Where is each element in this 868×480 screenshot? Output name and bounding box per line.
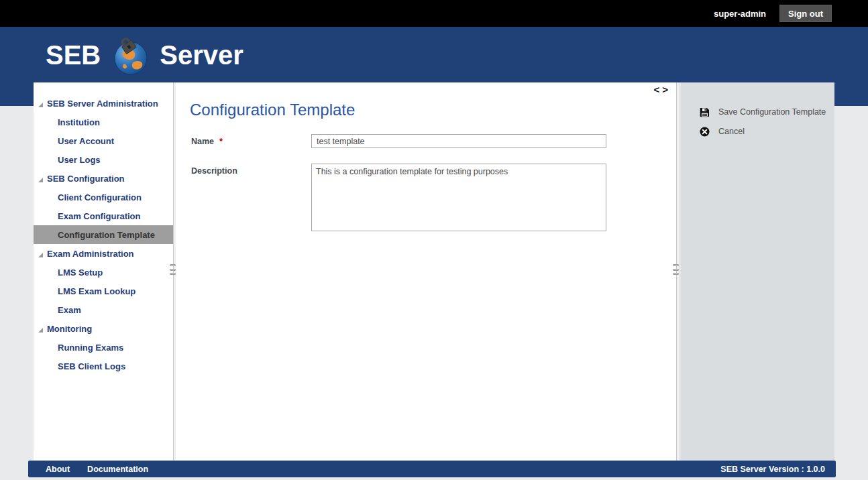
sash-grip-icon[interactable]	[170, 264, 176, 275]
expand-triangle-icon[interactable]	[38, 178, 43, 182]
sidebar-item-lms-exam-lookup[interactable]: LMS Exam Lookup	[34, 282, 173, 300]
sidebar-item-seb-server-administration[interactable]: SEB Server Administration	[34, 94, 173, 113]
sidebar-item-label: SEB Configuration	[47, 174, 125, 184]
sidebar-item-institution[interactable]: Institution	[34, 113, 173, 131]
sign-out-button[interactable]: Sign out	[779, 5, 832, 22]
sidebar-item-exam-administration[interactable]: Exam Administration	[34, 244, 173, 263]
app-logo: SEB Server	[46, 35, 243, 75]
action-label: Cancel	[718, 127, 745, 136]
globe-lock-icon	[110, 36, 150, 76]
description-textarea[interactable]	[311, 164, 606, 231]
name-input[interactable]	[311, 134, 606, 148]
sidebar-item-label: Institution	[58, 117, 100, 127]
expand-triangle-icon[interactable]	[38, 103, 43, 107]
sidebar-item-label: Client Configuration	[58, 192, 142, 202]
sidebar-item-label: Running Exams	[58, 343, 123, 353]
sidebar-item-user-logs[interactable]: User Logs	[34, 150, 173, 169]
sidebar-item-label: LMS Exam Lookup	[58, 286, 135, 296]
expand-triangle-icon[interactable]	[38, 328, 43, 333]
cancel-action[interactable]: Cancel	[700, 125, 745, 137]
sidebar-item-running-exams[interactable]: Running Exams	[34, 338, 173, 357]
sidebar-item-label: Exam Configuration	[58, 211, 141, 221]
description-field-label: Description	[191, 166, 237, 176]
action-label: Save Configuration Template	[718, 107, 826, 117]
sidebar-item-label: Configuration Template	[58, 230, 155, 240]
nav-right-icon[interactable]: >	[662, 84, 671, 95]
sidebar-item-label: User Account	[58, 136, 114, 146]
expand-triangle-icon[interactable]	[38, 253, 43, 257]
sidebar-item-exam[interactable]: Exam	[34, 300, 173, 319]
sidebar-item-label: LMS Setup	[58, 267, 103, 278]
nav-left-icon[interactable]: <	[653, 84, 662, 95]
documentation-link[interactable]: Documentation	[87, 465, 148, 474]
main-content-panel: <> Configuration Template Name* Descript…	[176, 82, 676, 461]
about-link[interactable]: About	[46, 465, 70, 474]
current-user-label: super-admin	[714, 9, 766, 19]
page-title: Configuration Template	[190, 101, 355, 119]
action-panel: Save Configuration Template Cancel	[679, 82, 834, 461]
footer-bar: About Documentation SEB Server Version :…	[28, 461, 836, 477]
sidebar-item-monitoring[interactable]: Monitoring	[34, 319, 173, 338]
name-field-label: Name*	[191, 136, 223, 146]
sidebar-item-lms-setup[interactable]: LMS Setup	[34, 263, 173, 282]
save-icon	[700, 107, 710, 117]
cancel-icon	[700, 127, 710, 137]
required-marker: *	[219, 136, 223, 146]
sidebar-item-seb-configuration[interactable]: SEB Configuration	[34, 169, 173, 188]
sidebar-navigation: SEB Server Administration Institution Us…	[34, 82, 173, 461]
save-configuration-template-action[interactable]: Save Configuration Template	[700, 106, 826, 118]
sidebar-item-label: SEB Client Logs	[58, 361, 125, 371]
sidebar-item-configuration-template[interactable]: Configuration Template	[34, 225, 173, 244]
sidebar-item-seb-client-logs[interactable]: SEB Client Logs	[34, 357, 173, 375]
sash-grip-icon[interactable]	[673, 264, 679, 275]
sidebar-item-exam-configuration[interactable]: Exam Configuration	[34, 206, 173, 225]
panel-nav-arrows[interactable]: <>	[653, 84, 671, 95]
sidebar-item-label: User Logs	[58, 155, 101, 165]
sidebar-item-client-configuration[interactable]: Client Configuration	[34, 188, 173, 206]
sidebar-item-label: Monitoring	[47, 324, 92, 334]
sidebar-item-label: SEB Server Administration	[47, 99, 158, 109]
sidebar-item-user-account[interactable]: User Account	[34, 131, 173, 150]
logo-text-seb: SEB	[46, 40, 101, 70]
version-label: SEB Server Version : 1.0.0	[720, 465, 825, 474]
sidebar-item-label: Exam	[58, 305, 81, 315]
logo-text-server: Server	[160, 40, 243, 70]
top-bar: super-admin Sign out	[0, 0, 868, 27]
sidebar-item-label: Exam Administration	[47, 249, 134, 259]
